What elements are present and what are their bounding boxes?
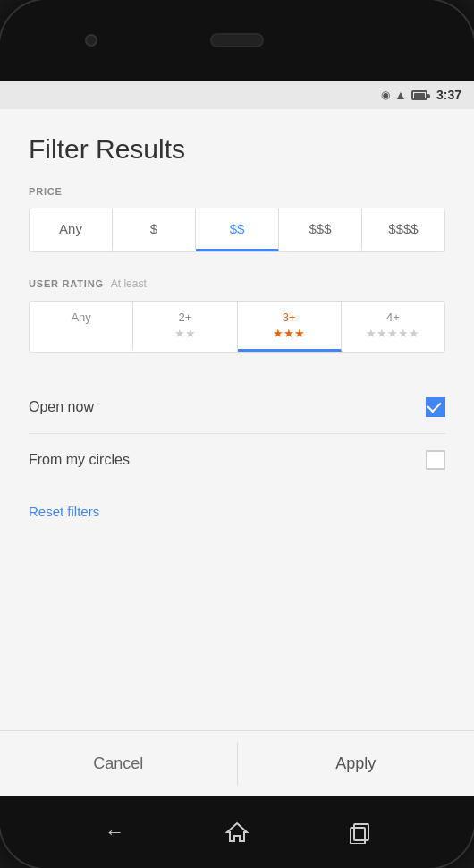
open-now-label: Open now <box>29 399 94 415</box>
open-now-checkbox[interactable] <box>426 397 445 417</box>
rating-option-any[interactable]: Any <box>30 302 133 352</box>
screen-content: Filter Results PRICE Any $ $$ <box>0 109 474 796</box>
phone-frame: ◉ ▲ 3:37 Filter Results PRICE <box>0 0 474 868</box>
svg-marker-0 <box>227 823 247 841</box>
svg-rect-2 <box>351 828 365 844</box>
rating-section-label: USER RATING At least <box>29 277 445 290</box>
price-section-label: PRICE <box>29 186 445 197</box>
location-icon: ◉ <box>381 89 390 101</box>
dialog-body: Filter Results PRICE Any $ $$ <box>0 109 474 730</box>
home-button[interactable] <box>221 816 253 848</box>
from-circles-checkbox[interactable] <box>426 450 445 470</box>
price-option-three[interactable]: $$$ <box>279 208 362 251</box>
home-icon <box>225 821 249 844</box>
back-icon: ← <box>105 821 124 844</box>
recents-icon <box>348 821 371 844</box>
wifi-icon: ▲ <box>394 88 407 102</box>
battery-icon <box>411 90 428 100</box>
svg-rect-1 <box>354 824 368 840</box>
reset-filters-link[interactable]: Reset filters <box>29 504 99 519</box>
price-option-any[interactable]: Any <box>30 208 113 251</box>
recents-button[interactable] <box>343 816 376 848</box>
rating-option-three[interactable]: 3+ ★★★ <box>238 302 342 352</box>
open-now-row: Open now <box>29 381 445 434</box>
status-icons: ◉ ▲ 3:37 <box>381 88 461 102</box>
status-bar: ◉ ▲ 3:37 <box>0 81 474 109</box>
status-time: 3:37 <box>436 88 461 102</box>
cancel-button[interactable]: Cancel <box>0 731 237 796</box>
rating-option-four[interactable]: 4+ ★★★★★ <box>342 302 444 352</box>
phone-speaker <box>210 33 264 47</box>
rating-selector[interactable]: Any 2+ ★★ 3+ ★★★ 4+ ★★★★★ <box>29 301 445 353</box>
price-option-four[interactable]: $$$$ <box>362 208 444 251</box>
filter-dialog: Filter Results PRICE Any $ $$ <box>0 109 474 796</box>
apply-button[interactable]: Apply <box>238 731 475 796</box>
price-option-one[interactable]: $ <box>113 208 196 251</box>
dialog-buttons: Cancel Apply <box>0 730 474 796</box>
price-selector[interactable]: Any $ $$ $$$ $$$$ <box>29 208 445 252</box>
phone-top-bar <box>0 0 474 81</box>
rating-option-two[interactable]: 2+ ★★ <box>133 302 237 352</box>
dialog-title: Filter Results <box>29 134 445 165</box>
from-circles-row: From my circles <box>29 434 445 486</box>
phone-bottom-bar: ← <box>0 796 474 868</box>
from-circles-label: From my circles <box>29 452 130 468</box>
price-option-two[interactable]: $$ <box>196 208 279 251</box>
front-camera <box>85 34 97 47</box>
back-button[interactable]: ← <box>98 816 131 848</box>
